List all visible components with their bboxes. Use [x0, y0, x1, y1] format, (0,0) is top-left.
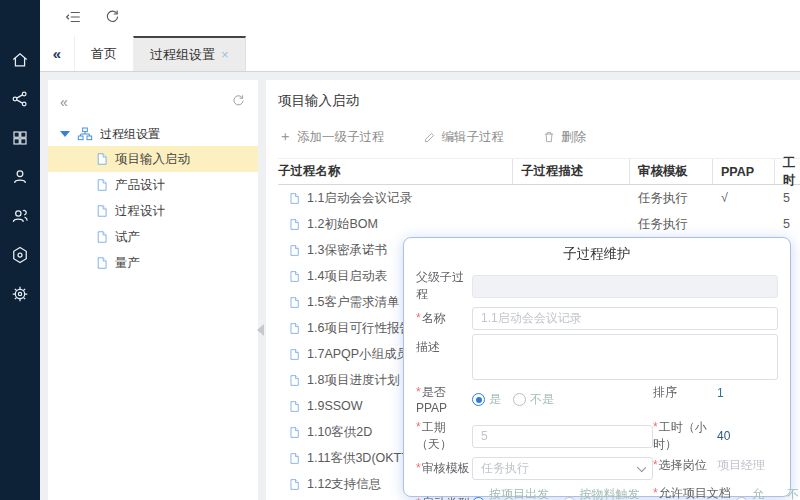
add-subprocess-button[interactable]: ＋ 添加一级子过程 — [278, 128, 385, 146]
sort-field[interactable]: 1 — [717, 386, 724, 400]
hours-label: 工时（小时） — [653, 419, 717, 453]
col-subprocess-desc[interactable]: 子过程描述 — [513, 159, 630, 184]
file-icon — [288, 218, 301, 231]
subprocess-name: 1.2初始BOM — [307, 216, 378, 233]
name-field[interactable] — [472, 307, 778, 330]
tab-strip: « 首页 过程组设置 × — [40, 36, 800, 72]
tree-item-mass-production[interactable]: 量产 — [48, 250, 258, 276]
user-icon[interactable] — [0, 157, 40, 196]
process-group-tree: 过程组设置 项目输入启动 产品设计 过程设计 — [48, 122, 258, 276]
tree-item-label: 项目输入启动 — [115, 151, 190, 168]
table-row[interactable]: 1.2初始BOM任务执行5 — [278, 211, 800, 237]
file-icon — [95, 230, 109, 244]
plus-icon: ＋ — [278, 128, 292, 146]
main-column: « 首页 过程组设置 × « — [40, 0, 800, 500]
position-field[interactable]: 项目经理 — [717, 457, 765, 474]
subprocess-name-cell: 1.2初始BOM — [278, 211, 513, 237]
edit-subprocess-label: 编辑子过程 — [442, 129, 505, 146]
subprocess-name: 1.8项目进度计划 — [307, 372, 399, 389]
subprocess-desc-cell — [513, 185, 630, 211]
ppap-yes-radio[interactable]: 是 — [472, 391, 501, 408]
start-by-material-radio[interactable]: 按物料触发启动 — [563, 486, 648, 500]
col-hours[interactable]: 工时 — [775, 159, 800, 184]
refresh-icon[interactable] — [104, 8, 121, 28]
tree-item-product-design[interactable]: 产品设计 — [48, 172, 258, 198]
review-template-cell: 任务执行 — [630, 211, 713, 237]
edit-subprocess-button[interactable]: 编辑子过程 — [423, 129, 505, 146]
delete-label: 删除 — [561, 129, 586, 146]
page-title: 项目输入启动 — [278, 92, 800, 110]
hours-cell: 5 — [775, 185, 800, 211]
subprocess-name: 1.12支持信息 — [307, 476, 381, 493]
doc-preview-allow-radio[interactable]: 允许 — [735, 486, 764, 500]
users-icon[interactable] — [0, 196, 40, 235]
file-icon — [288, 374, 301, 387]
file-icon — [288, 322, 301, 335]
tab-close-icon[interactable]: × — [221, 47, 229, 62]
start-type-label: 启动类型 — [416, 495, 472, 500]
start-by-project-radio[interactable]: 按项目出发启动 — [472, 486, 557, 500]
delete-button[interactable]: 删除 — [542, 129, 586, 146]
file-icon — [95, 178, 109, 192]
trash-icon — [542, 130, 556, 144]
duration-label: 工期（天） — [416, 419, 472, 453]
tab-process-group-settings[interactable]: 过程组设置 × — [133, 36, 246, 71]
ppap-cell: √ — [713, 185, 775, 211]
tree-panel: « 过程组设置 项目输入启动 — [48, 80, 258, 500]
description-field[interactable] — [472, 334, 778, 380]
subprocess-name: 1.3保密承诺书 — [307, 242, 387, 259]
modal-title: 子过程维护 — [416, 245, 778, 265]
tree-root-process-group[interactable]: 过程组设置 — [48, 122, 258, 146]
review-template-label: 审核模板 — [416, 460, 472, 477]
subprocess-desc-cell — [513, 211, 630, 237]
tree-item-trial-production[interactable]: 试产 — [48, 224, 258, 250]
ppap-no-radio[interactable]: 不是 — [513, 391, 554, 408]
file-icon — [288, 348, 301, 361]
table-row[interactable]: 1.1启动会会议记录任务执行√5 — [278, 185, 800, 211]
topbar — [40, 0, 800, 36]
col-ppap[interactable]: PPAP — [713, 159, 775, 184]
tab-home[interactable]: 首页 — [74, 36, 133, 71]
subprocess-name: 1.1启动会会议记录 — [307, 190, 412, 207]
tree-item-project-input-start[interactable]: 项目输入启动 — [48, 146, 258, 172]
table-header: 子过程名称 子过程描述 审核模板 PPAP 工时 — [278, 158, 800, 185]
subprocess-maintenance-modal: 子过程维护 父级子过程 名称 描述 是否PPAP 是 — [403, 237, 791, 497]
file-icon — [288, 452, 301, 465]
tabs-collapse-icon[interactable]: « — [40, 36, 74, 71]
hexagon-settings-icon[interactable] — [0, 235, 40, 274]
tree-item-label: 量产 — [115, 255, 140, 272]
parent-subprocess-field[interactable] — [472, 275, 778, 298]
home-icon[interactable] — [0, 40, 40, 79]
col-subprocess-name[interactable]: 子过程名称 — [278, 159, 513, 184]
tree-refresh-icon[interactable] — [231, 93, 246, 111]
doc-preview-label: 允许项目文档预览 — [653, 486, 735, 500]
panel-collapse-icon[interactable]: « — [60, 94, 68, 110]
subprocess-name: 1.10客供2D — [307, 424, 372, 441]
caret-down-icon[interactable] — [60, 131, 70, 137]
share-icon[interactable] — [0, 79, 40, 118]
ppap-cell — [713, 211, 775, 237]
review-template-select[interactable] — [472, 457, 653, 480]
tree-item-label: 试产 — [115, 229, 140, 246]
subprocess-name: 1.6项目可行性报告 — [307, 320, 412, 337]
subprocess-name: 1.5客户需求清单 — [307, 294, 399, 311]
hours-field[interactable]: 40 — [717, 429, 730, 443]
file-icon — [288, 296, 301, 309]
icon-sidebar — [0, 0, 40, 500]
duration-field[interactable] — [472, 425, 653, 448]
name-label: 名称 — [416, 310, 472, 327]
org-chart-icon — [77, 126, 93, 142]
description-label: 描述 — [416, 339, 472, 356]
apps-grid-icon[interactable] — [0, 118, 40, 157]
subprocess-name-cell: 1.1启动会会议记录 — [278, 185, 513, 211]
workspace: « 过程组设置 项目输入启动 — [40, 72, 800, 500]
menu-fold-icon[interactable] — [64, 8, 82, 29]
doc-preview-deny-radio[interactable]: 不允许 — [770, 486, 799, 500]
file-icon — [288, 400, 301, 413]
tree-root-label: 过程组设置 — [100, 126, 160, 143]
panel-collapse-handle[interactable] — [257, 324, 264, 336]
tree-item-process-design[interactable]: 过程设计 — [48, 198, 258, 224]
col-review-template[interactable]: 审核模板 — [630, 159, 713, 184]
file-icon — [95, 256, 109, 270]
gear-icon[interactable] — [0, 274, 40, 313]
